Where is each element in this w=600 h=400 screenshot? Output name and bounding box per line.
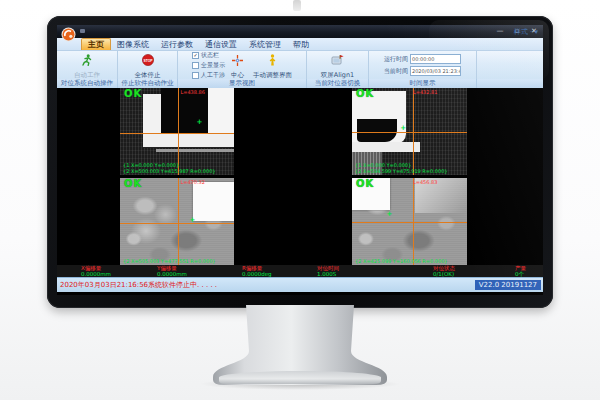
titlebar: — ▫ ✕ xyxy=(57,25,543,38)
group-aligner-switch: 双屏Align1 xyxy=(307,51,369,79)
group-display-view: ✓ 状态栏 全景显示 人工干涉 xyxy=(178,51,307,79)
stop-icon: STOP xyxy=(142,51,154,70)
camera-view-4: + OK L=456.83 {2 X=425.099 Y=160.056 R=0… xyxy=(352,178,467,265)
center-button[interactable]: 中心 xyxy=(228,51,247,80)
current-time-label: 当前时间 xyxy=(384,67,408,76)
caption-display-view: 显示视图 xyxy=(178,79,307,88)
ribbon: 自动工作 STOP 全体停止 xyxy=(57,51,543,79)
status-message: 2020年03月03日21:16:56系统软件停止中. . . . . xyxy=(57,280,217,290)
metric-align-time: 对位时间 1.000S xyxy=(317,265,339,277)
camera-measure: L=456.83 xyxy=(413,179,437,185)
ribbon-group-captions: 对位系统自动操作 停止软件自动作业 显示视图 当前对位器切换 时间显示 xyxy=(57,79,543,88)
style-dropdown[interactable]: 样式 · ▾ xyxy=(514,27,538,37)
checkbox-panorama[interactable]: 全景显示 xyxy=(192,61,225,70)
screen-bottom-fill xyxy=(57,292,543,295)
camera-status: OK xyxy=(356,88,374,99)
status-bar: 2020年03月03日21:16:56系统软件停止中. . . . . V22.… xyxy=(57,277,543,292)
align-monitor-icon xyxy=(331,51,344,70)
camera-grid: + OK L=438.86 {1 X=0.000 Y=0.000} {2 X=5… xyxy=(57,88,543,265)
app-logo-icon[interactable] xyxy=(61,27,76,42)
tab-run-params[interactable]: 运行参数 xyxy=(155,39,199,50)
group-auto-operation: 自动工作 xyxy=(57,51,118,79)
caption-aligner-switch: 当前对位器切换 xyxy=(307,79,369,88)
camera-status: OK xyxy=(356,178,374,189)
person-icon xyxy=(267,51,278,70)
auto-work-button[interactable]: 自动工作 xyxy=(71,51,103,80)
monitor-bezel: — ▫ ✕ 主页 图像系统 运行参数 通信设置 系统 xyxy=(47,16,553,308)
checkbox-icon xyxy=(192,72,199,79)
tab-comm-settings[interactable]: 通信设置 xyxy=(199,39,243,50)
scene: — ▫ ✕ 主页 图像系统 运行参数 通信设置 系统 xyxy=(0,0,600,400)
align-mark: + xyxy=(400,125,406,132)
camera-view-1: + OK L=438.86 {1 X=0.000 Y=0.000} {2 X=5… xyxy=(120,88,234,175)
tab-help[interactable]: 帮助 xyxy=(287,39,315,50)
running-man-icon xyxy=(81,51,93,70)
version-badge: V22.0 20191127 xyxy=(475,280,541,290)
dual-align-button[interactable]: 双屏Align1 xyxy=(318,51,357,80)
minimize-button[interactable]: — xyxy=(495,26,505,36)
tab-image-system[interactable]: 图像系统 xyxy=(111,39,155,50)
metric-align-status: 对位状态 0/1(OK) xyxy=(433,265,455,277)
stop-all-button[interactable]: STOP 全体停止 xyxy=(132,51,164,80)
checkbox-icon: ✓ xyxy=(192,52,199,59)
camera-measure: L=438.86 xyxy=(180,89,204,95)
caption-stop: 停止软件自动作业 xyxy=(118,79,178,88)
metrics-strip: X偏移量 0.0000mm Y偏移量 0.0000mm R偏移量 0.0000d… xyxy=(57,265,543,277)
ribbon-tab-bar: 主页 图像系统 运行参数 通信设置 系统管理 帮助 xyxy=(57,38,543,51)
tab-system-mgmt[interactable]: 系统管理 xyxy=(243,39,287,50)
wall-mark xyxy=(293,0,301,11)
checkbox-label: 状态栏 xyxy=(201,51,219,60)
caption-filler xyxy=(477,79,543,88)
align-mark: + xyxy=(190,217,196,224)
monitor-stand xyxy=(213,305,387,391)
current-time-field[interactable]: 2020/03/03 21:23:42 xyxy=(410,66,461,76)
align-mark: + xyxy=(387,211,393,218)
metric-output: 产量 0个 xyxy=(515,265,526,277)
checkbox-status-bar[interactable]: ✓ 状态栏 xyxy=(192,51,225,60)
tab-home[interactable]: 主页 xyxy=(81,38,111,50)
checkbox-label: 全景显示 xyxy=(201,61,225,70)
camera-coords-2: {2 X=594.599 Y=475.919 R=0.000} xyxy=(355,168,448,174)
camera-coords: {2 X=505.003 Y=477.551 R=0.000} xyxy=(123,258,216,264)
align-mark: + xyxy=(196,119,202,126)
group-time-display: 运行时间 00:00:00 当前时间 2020/03/03 21:23:42 xyxy=(369,51,477,79)
group-stop: STOP 全体停止 xyxy=(118,51,178,79)
view-checkboxes: ✓ 状态栏 全景显示 人工干涉 xyxy=(189,51,225,80)
camera-measure: L=432.81 xyxy=(413,89,437,95)
svg-text:STOP: STOP xyxy=(143,58,153,62)
metric-y-offset: Y偏移量 0.0000mm xyxy=(157,265,187,277)
camera-view-3: + OK L=470.32 {2 X=505.003 Y=477.551 R=0… xyxy=(120,178,234,265)
checkbox-icon xyxy=(192,62,199,69)
quick-access-icon[interactable] xyxy=(80,29,85,33)
run-time-field[interactable]: 00:00:00 xyxy=(410,54,461,64)
camera-coords: {2 X=425.099 Y=160.056 R=0.000} xyxy=(355,258,448,264)
camera-coords-2: {2 X=500.003 Y=415.987 R=0.000} xyxy=(123,168,216,174)
screen: — ▫ ✕ 主页 图像系统 运行参数 通信设置 系统 xyxy=(57,25,543,295)
caption-time-display: 时间显示 xyxy=(369,79,477,88)
metric-r-offset: R偏移量 0.0000deg xyxy=(242,265,272,277)
camera-status: OK xyxy=(124,88,142,99)
camera-measure: L=470.32 xyxy=(180,179,204,185)
ribbon-filler xyxy=(477,51,543,79)
crosshair-icon xyxy=(232,51,243,70)
metric-x-offset: X偏移量 0.0000mm xyxy=(81,265,111,277)
manual-adjust-button[interactable]: 手动调整界面 xyxy=(250,51,295,80)
camera-view-2: + OK L=432.81 {1 X=0.000 Y=0.000} {2 X=5… xyxy=(352,88,467,175)
caption-auto-operation: 对位系统自动操作 xyxy=(57,79,118,88)
camera-status: OK xyxy=(124,178,142,189)
run-time-label: 运行时间 xyxy=(384,55,408,64)
